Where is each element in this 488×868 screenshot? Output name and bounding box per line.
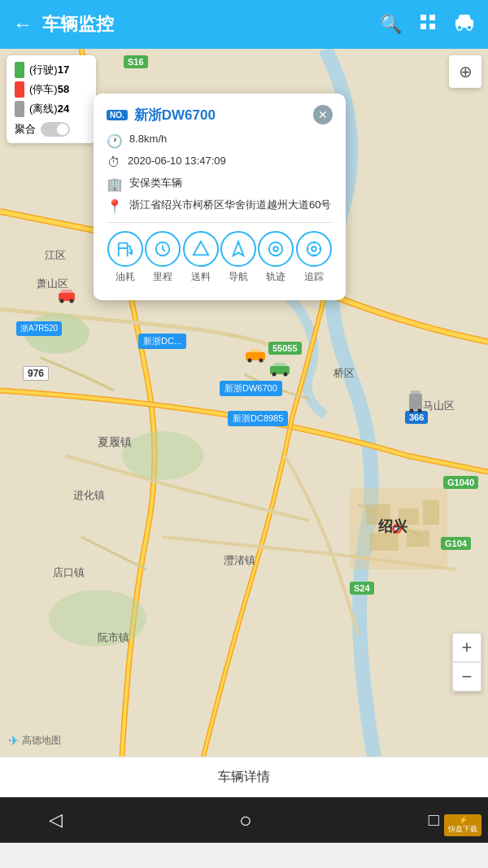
address-icon: 📍 (107, 198, 123, 214)
svg-marker-38 (233, 242, 244, 255)
svg-point-42 (312, 246, 316, 251)
svg-point-26 (248, 359, 252, 363)
category-value: 安保类车辆 (129, 176, 182, 190)
vehicle-green-dw6700[interactable] (268, 362, 291, 380)
svg-point-41 (307, 242, 321, 256)
track-label: 轨迹 (266, 270, 285, 284)
vehicle-label-dc[interactable]: 新浙DC... (138, 334, 186, 349)
vehicle-orange-1[interactable] (244, 348, 267, 366)
popup-header: NO. 新浙DW6700 ✕ (107, 105, 333, 124)
mileage-label: 里程 (153, 270, 172, 284)
svg-rect-15 (423, 500, 439, 525)
location-button[interactable]: ⊕ (449, 55, 481, 88)
road-sign-55055: 55055 (268, 342, 302, 355)
watermark-label: 高德地图 (22, 734, 61, 748)
zoom-in-button[interactable]: + (452, 633, 481, 662)
badge-label: 快盘下载 (448, 825, 477, 835)
navigate-label: 导航 (229, 270, 248, 284)
road-sign-g104: G104 (441, 537, 471, 550)
vehicle-details-button[interactable]: 车辆详情 (218, 769, 270, 786)
offline-label: (离线)24 (29, 102, 69, 116)
badge-icon: ⚡ (459, 816, 468, 826)
map-label-jiangqu: 江区 (45, 248, 66, 263)
parked-label: (停车)58 (29, 82, 69, 97)
nav-bar: ◁ ○ □ ⚡ 快盘下载 (0, 797, 488, 843)
svg-marker-33 (411, 390, 420, 394)
vehicle-label-dw6700[interactable]: 新浙DW6700 (220, 381, 282, 396)
svg-point-10 (122, 431, 203, 480)
fuel-label: 油耗 (115, 270, 135, 284)
svg-marker-37 (194, 242, 208, 255)
map-label-jinhua: 进化镇 (73, 488, 105, 503)
nav-home-icon[interactable]: ○ (239, 808, 252, 833)
action-fuel[interactable]: 油耗 (107, 231, 143, 284)
delivery-label: 送料 (191, 270, 211, 284)
driving-label: (行驶)17 (29, 63, 69, 77)
action-buttons: 油耗 里程 送料 (107, 231, 333, 284)
merge-toggle-row[interactable]: 聚合 (15, 122, 88, 137)
road-sign-s24: S24 (350, 582, 374, 595)
nav-recents-icon[interactable]: □ (429, 809, 439, 831)
map-label-xialv: 夏履镇 (98, 435, 132, 450)
map-label-qiaoqu: 桥区 (333, 366, 355, 381)
action-follow[interactable]: 追踪 (296, 231, 332, 284)
svg-point-22 (60, 299, 64, 303)
svg-point-7 (467, 25, 472, 30)
header: ← 车辆监控 🔍 (0, 0, 488, 49)
no-badge: NO. (107, 110, 128, 120)
svg-point-39 (269, 242, 283, 256)
road-sign-g1040: G1040 (443, 476, 478, 489)
zoom-controls: + − (452, 633, 481, 691)
svg-marker-5 (458, 15, 471, 20)
search-icon[interactable]: 🔍 (380, 14, 402, 35)
driving-indicator (15, 62, 24, 78)
svg-point-6 (457, 25, 462, 30)
info-popup: NO. 新浙DW6700 ✕ 🕐 8.8km/h ⏱ 2020-06-10 13… (94, 94, 346, 300)
svg-marker-25 (248, 349, 263, 352)
vehicle-gray-1[interactable] (407, 390, 425, 417)
speed-row: 🕐 8.8km/h (107, 133, 333, 149)
action-delivery[interactable]: 送料 (183, 231, 219, 284)
zoom-out-button[interactable]: − (452, 662, 481, 691)
car-icon[interactable] (454, 13, 475, 36)
vehicle-name: 新浙DW6700 (134, 106, 216, 124)
follow-label: 追踪 (304, 270, 324, 284)
svg-rect-2 (420, 24, 426, 29)
parked-status: (停车)58 (15, 81, 88, 98)
merge-toggle[interactable] (41, 122, 70, 137)
road-sign-s16: S16 (124, 55, 148, 68)
track-icon (258, 231, 294, 267)
offline-status: (离线)24 (15, 101, 88, 117)
road-sign-976: 976 (23, 366, 49, 381)
time-icon: ⏱ (107, 155, 121, 170)
vehicle-label-dc8985[interactable]: 新浙DC8985 (228, 411, 288, 426)
merge-label: 聚合 (15, 122, 36, 137)
fuel-icon (107, 231, 143, 267)
svg-point-23 (70, 299, 74, 303)
address-value: 浙江省绍兴市柯桥区华舍街道越州大道60号 (129, 198, 331, 212)
svg-rect-17 (407, 530, 429, 547)
time-row: ⏱ 2020-06-10 13:47:09 (107, 155, 333, 170)
close-popup-button[interactable]: ✕ (313, 105, 333, 124)
svg-point-35 (418, 409, 422, 413)
back-button[interactable]: ← (13, 13, 33, 36)
map-label-mashan: 马山区 (423, 399, 455, 413)
grid-icon[interactable] (418, 12, 438, 37)
page-title: 车辆监控 (42, 12, 380, 37)
svg-rect-3 (429, 24, 435, 29)
svg-marker-21 (60, 290, 73, 293)
action-mileage[interactable]: 里程 (145, 231, 181, 284)
map-label-shaoxing: 绍兴 (378, 517, 407, 536)
follow-icon (296, 231, 332, 267)
download-badge: ⚡ 快盘下载 (444, 814, 481, 836)
navigate-icon (220, 231, 256, 267)
bottom-bar[interactable]: 车辆详情 (0, 757, 488, 797)
time-value: 2020-06-10 13:47:09 (128, 155, 226, 167)
action-navigate[interactable]: 导航 (220, 231, 256, 284)
map-label-diankou: 店口镇 (53, 565, 85, 580)
action-track[interactable]: 轨迹 (258, 231, 294, 284)
vehicle-red-1[interactable] (57, 289, 76, 307)
nav-back-icon[interactable]: ◁ (49, 809, 63, 831)
map-container[interactable]: (行驶)17 (停车)58 (离线)24 聚合 ⊕ 江区 萧山区 马山区 夏履镇… (0, 49, 488, 757)
vehicle-label-a7r520[interactable]: 浙A7R520 (16, 321, 62, 336)
